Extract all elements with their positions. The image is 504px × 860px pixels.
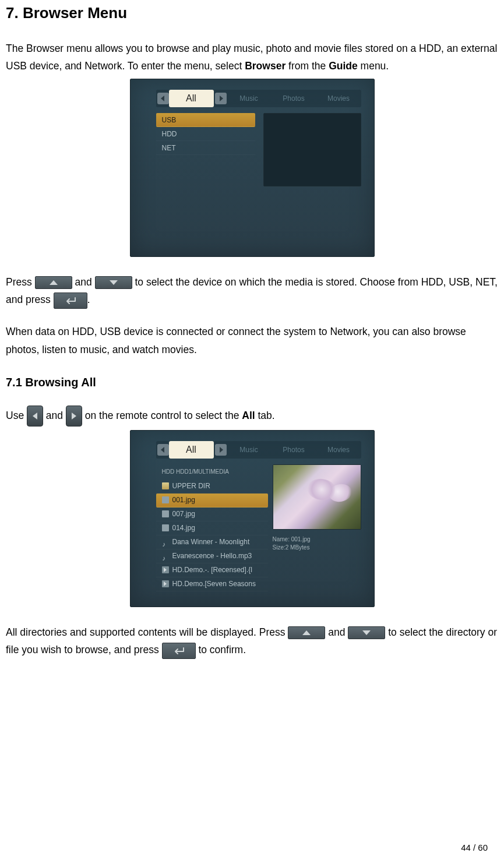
file-item-evanescence: Evanescence - Hello.mp3	[156, 549, 268, 563]
tab-next-icon	[215, 93, 227, 104]
intro-text-3: menu.	[358, 60, 389, 72]
file-item-001: 001.jpg	[156, 494, 268, 507]
connect-paragraph: When data on HDD, USB device is connecte…	[6, 323, 498, 358]
tab-movies-2: Movies	[316, 441, 361, 459]
preview-image	[273, 465, 361, 529]
file-item-dana: Dana Winner - Moonlight	[156, 535, 268, 549]
image-file-icon	[162, 510, 169, 517]
down-button-icon	[95, 276, 132, 289]
intro-paragraph: The Browser menu allows you to browse an…	[6, 40, 498, 75]
folder-icon	[162, 482, 169, 489]
image-file-icon	[162, 496, 169, 503]
tab-prev-icon-2	[157, 444, 169, 456]
up-button-icon-2	[288, 626, 325, 639]
left-button-icon	[27, 406, 43, 427]
tab-all-2: All	[169, 441, 214, 459]
device-item-usb: USB	[156, 113, 255, 127]
file-info-size: Size:2 MBytes	[273, 544, 361, 552]
image-file-icon	[162, 524, 169, 531]
use-text-3: on the remote control to select the	[85, 410, 242, 421]
use-paragraph: Use and on the remote control to select …	[6, 406, 498, 427]
device-item-hdd: HDD	[156, 127, 255, 141]
screenshot-browser-devices: All Music Photos Movies USB HDD NET	[130, 79, 375, 257]
press-text-2: and	[75, 276, 94, 288]
video-file-icon	[162, 580, 169, 587]
enter-button-icon	[54, 292, 87, 309]
tab-music-2: Music	[227, 441, 272, 459]
final-text-4: to confirm.	[198, 644, 246, 655]
preview-pane	[273, 464, 361, 530]
enter-button-icon-2	[162, 643, 196, 659]
final-text-2: and	[328, 626, 348, 638]
tab-next-icon-2	[215, 444, 227, 456]
file-item-hddemo1: HD.Demo.-. [Recensed].{l	[156, 563, 268, 577]
up-button-icon	[35, 276, 72, 289]
press-text-4: .	[87, 294, 90, 305]
file-list: HDD HDD1/MULTIMEDIA UPPER DIR 001.jpg 00…	[156, 464, 268, 591]
file-info: Name: 001.jpg Size:2 MBytes	[273, 535, 361, 552]
file-info-name: Name: 001.jpg	[273, 535, 361, 544]
tab-photos: Photos	[272, 90, 316, 107]
preview-pane-empty	[263, 113, 361, 186]
page-number: 44 / 60	[461, 840, 488, 855]
device-item-net: NET	[156, 141, 255, 155]
music-file-icon	[162, 538, 169, 545]
intro-text-2: from the	[286, 60, 329, 72]
down-button-icon-2	[348, 626, 385, 639]
intro-bold-guide: Guide	[329, 60, 358, 72]
music-file-icon	[162, 552, 169, 559]
intro-bold-browser: Browser	[245, 60, 286, 72]
tab-prev-icon	[157, 93, 169, 104]
use-bold-all: All	[242, 410, 255, 421]
file-item-007: 007.jpg	[156, 507, 268, 521]
tab-bar: All Music Photos Movies	[156, 90, 361, 107]
tab-movies: Movies	[316, 90, 361, 107]
tab-bar-2: All Music Photos Movies	[156, 441, 361, 459]
tab-music: Music	[227, 90, 272, 107]
press-paragraph: Press and to select the device on which …	[6, 273, 498, 309]
right-button-icon	[66, 406, 82, 427]
file-item-hddemo2: HD.Demo.[Seven Seasons	[156, 577, 268, 591]
device-list: USB HDD NET	[156, 113, 255, 155]
use-text-4: tab.	[255, 410, 275, 421]
subheading-browsing-all: 7.1 Browsing All	[6, 372, 498, 393]
file-list-path: HDD HDD1/MULTIMEDIA	[156, 464, 268, 480]
file-item-upper-dir: UPPER DIR	[156, 480, 268, 494]
screenshot-browser-files: All Music Photos Movies HDD HDD1/MULTIME…	[130, 430, 375, 607]
final-paragraph: All directories and supported contents w…	[6, 623, 498, 659]
use-text-1: Use	[6, 410, 27, 421]
press-text-1: Press	[6, 276, 35, 288]
use-text-2: and	[46, 410, 66, 421]
tab-all: All	[169, 90, 214, 107]
tab-photos-2: Photos	[272, 441, 316, 459]
video-file-icon	[162, 566, 169, 573]
final-text-1: All directories and supported contents w…	[6, 626, 288, 638]
page-heading: 7. Browser Menu	[6, 3, 498, 23]
file-item-014: 014.jpg	[156, 521, 268, 535]
